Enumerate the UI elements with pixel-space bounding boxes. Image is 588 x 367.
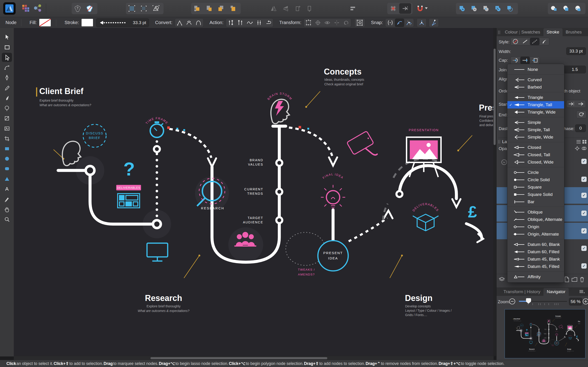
dropdown-item[interactable]: Oblique	[507, 209, 564, 216]
zoom-tool[interactable]	[2, 215, 12, 224]
insert-inside-button[interactable]	[84, 3, 95, 14]
crop-tool[interactable]	[2, 134, 12, 143]
layer-visibility-checkbox[interactable]: ✓	[581, 211, 587, 216]
pixel-persona-button[interactable]	[19, 3, 32, 13]
dropdown-item[interactable]: Closed	[507, 144, 564, 151]
move-backward-button[interactable]	[215, 3, 227, 14]
action-reverse-curves-button[interactable]	[264, 19, 273, 27]
boolean-add-button[interactable]	[456, 3, 468, 14]
dropdown-item[interactable]: Simple	[507, 119, 564, 126]
vertical-scroll-thumb[interactable]	[493, 49, 496, 145]
dropdown-item[interactable]: Datum 60, Filled	[507, 248, 564, 256]
tab-navigator[interactable]: Navigator	[544, 288, 569, 296]
layer-expand-chevron[interactable]	[501, 159, 507, 166]
corner-tool[interactable]	[2, 63, 12, 72]
dropdown-item[interactable]: Origin, Alternate	[507, 231, 564, 238]
dropdown-item[interactable]: Barbed	[507, 83, 564, 91]
gear-icon[interactable]	[575, 146, 580, 152]
snapping-magnet-button[interactable]	[414, 3, 426, 14]
layer-visibility-checkbox[interactable]: ✓	[581, 159, 587, 164]
transform-bounding-box-button[interactable]	[355, 18, 365, 27]
dropdown-item[interactable]: Square Solid	[507, 191, 564, 198]
place-image-tool[interactable]	[2, 124, 12, 133]
dropdown-item[interactable]: Curved	[507, 76, 564, 83]
action-break-curve-button[interactable]	[226, 19, 235, 27]
layer-visibility-checkbox[interactable]: ✓	[581, 263, 587, 269]
grid-toggle-button[interactable]	[387, 3, 399, 14]
phase-value-field[interactable]: 0	[575, 124, 586, 132]
alignment-button[interactable]	[347, 3, 359, 14]
dropdown-item[interactable]: Bar	[507, 198, 564, 206]
insert-target-2-button[interactable]	[560, 3, 572, 14]
dropdown-item[interactable]: Triangle	[507, 94, 564, 101]
text-tool[interactable]: A	[2, 184, 12, 194]
dropdown-item[interactable]: Origin	[507, 223, 564, 231]
style-dash-button[interactable]	[530, 38, 540, 45]
stroke-swatch[interactable]	[81, 19, 93, 27]
dropdown-item[interactable]: Closed, Wide	[507, 158, 564, 166]
rotate-ccw-button[interactable]	[292, 3, 303, 14]
snap-construction-button[interactable]	[417, 18, 426, 27]
start-arrow-dash-button[interactable]	[566, 100, 576, 108]
cap-square-button[interactable]	[530, 57, 540, 64]
style-brush-button[interactable]	[540, 38, 549, 45]
swap-pressure-button[interactable]	[577, 111, 586, 118]
rectangle-tool[interactable]	[2, 144, 12, 153]
app-logo[interactable]	[3, 2, 16, 15]
layers-drag-handle[interactable]	[498, 140, 500, 144]
convert-smart-button[interactable]	[194, 19, 203, 27]
blend-options-icon[interactable]	[582, 146, 587, 152]
convert-smooth-button[interactable]	[184, 19, 194, 27]
navigator-thumbnail[interactable]	[505, 309, 586, 358]
action-close-curve-button[interactable]	[235, 19, 245, 27]
snap-align-handles-button[interactable]	[429, 18, 439, 27]
layers-stack-icon[interactable]	[499, 277, 505, 283]
move-by-whole-pixels-button[interactable]	[399, 3, 411, 14]
move-to-front-button[interactable]	[191, 3, 203, 14]
new-layer-icon[interactable]	[564, 276, 570, 283]
artboard-tool[interactable]	[2, 43, 12, 52]
canvas[interactable]: Client BriefExplore brief thoroughlyWhat…	[14, 28, 493, 356]
boolean-intersect-button[interactable]	[480, 3, 492, 14]
dropdown-item[interactable]: Simple, Tall	[507, 126, 564, 133]
triangle-tool[interactable]	[2, 174, 12, 184]
dropdown-item[interactable]: ✓Triangle, Tall	[507, 101, 564, 108]
dropdown-item[interactable]: Closed, Tall	[507, 151, 564, 158]
hide-selection-button[interactable]	[323, 19, 332, 27]
insert-behind-button[interactable]	[72, 3, 84, 14]
dropdown-item[interactable]: Datum 60, Blank	[507, 241, 564, 248]
boolean-combine-button[interactable]	[504, 3, 516, 14]
transform-mode-button[interactable]	[304, 19, 313, 27]
snap-off-curve-button[interactable]	[395, 19, 404, 27]
panel-drag-handle[interactable]	[498, 31, 500, 34]
transform-origin-button[interactable]	[313, 19, 323, 27]
panel-menu-icon[interactable]	[579, 290, 585, 295]
move-tool[interactable]	[2, 32, 12, 41]
tab-transform-history[interactable]: Transform | History	[500, 288, 544, 296]
rotate-cw-button[interactable]	[303, 3, 315, 14]
snapping-dropdown-caret[interactable]	[425, 7, 428, 9]
action-smooth-curve-button[interactable]	[245, 19, 254, 27]
canvas-vertical-scrollbar[interactable]	[493, 28, 496, 356]
snapshot-button[interactable]	[342, 19, 351, 27]
width-value-field[interactable]: 33.3 pt	[566, 47, 586, 55]
insert-target-3-button[interactable]	[572, 3, 584, 14]
flip-vertical-button[interactable]	[279, 3, 292, 14]
tab-colour-swatches[interactable]: Colour | Swatches	[502, 28, 544, 36]
layer-visibility-checkbox[interactable]: ✓	[581, 193, 587, 198]
dropdown-item[interactable]: None	[507, 66, 564, 73]
dropdown-item[interactable]: Triangle, Wide	[507, 108, 564, 116]
layer-list-icon[interactable]	[576, 140, 581, 145]
insert-target-1-button[interactable]	[548, 3, 560, 14]
layer-visibility-checkbox[interactable]: ✓	[581, 228, 587, 234]
dropdown-item[interactable]: Simple, Wide	[507, 133, 564, 141]
knife-tool[interactable]	[2, 195, 12, 204]
node-tool[interactable]	[2, 53, 12, 62]
pen-tool[interactable]	[2, 73, 12, 82]
zoom-out-button[interactable]	[509, 298, 515, 306]
style-none-button[interactable]	[510, 38, 520, 45]
export-persona-button[interactable]	[32, 3, 44, 13]
show-grid-button[interactable]	[126, 3, 138, 14]
tab-stroke[interactable]: Stroke	[544, 28, 562, 36]
cap-round-button[interactable]	[510, 57, 520, 64]
